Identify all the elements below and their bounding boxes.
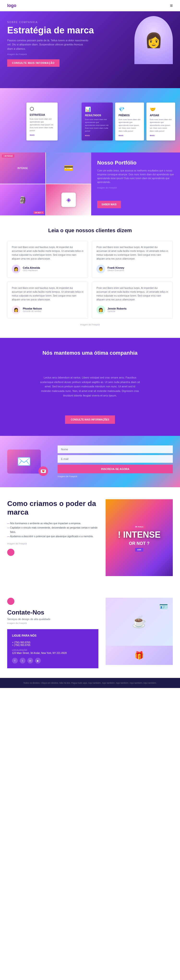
testimonial-2-author: 👨 Frank Kinney Diretor Executivo — [97, 265, 168, 273]
contact-section: Contate-Nos Serviços de design de alta q… — [0, 588, 180, 678]
portfolio-cell-4: ◈ — [46, 184, 91, 215]
footer-text: Todos os direitos. Clique em direitos. N… — [7, 682, 173, 684]
brand-list-item-3: Ajudamos a descobrir o potencial que que… — [7, 534, 99, 539]
author-2-name: Frank Kinney — [108, 266, 124, 269]
or-not-large-text: OR NOT ? — [118, 541, 161, 546]
footer: Todos os direitos. Clique em direitos. N… — [0, 678, 180, 688]
testimonial-1-text: Proin sed libero enim sed faucibus turpi… — [12, 245, 83, 261]
portfolio-cell-1: ! INTENSE INTENSE — [0, 153, 45, 184]
estrategia-card: ⬡ ESTRATÉGIA Duis nunc lorem diam dot ap… — [26, 103, 57, 140]
mug-icon: ☕ — [132, 615, 147, 629]
brand-list-item-2: Capitalize o vínculo mais conveniente, d… — [7, 526, 99, 534]
brand-dot — [7, 549, 14, 556]
portfolio-info: Nosso Portfólio Com um estilo único, que… — [91, 153, 180, 215]
testimonials-title: Leia o que nossos clientes dizem — [7, 228, 173, 234]
youtube-icon[interactable]: ▶ — [35, 658, 41, 663]
card-mockup-icon: 💳 — [64, 164, 73, 173]
contact-dot — [7, 598, 14, 605]
brand-left: Como criamos o poder da marca Nós ilumin… — [7, 499, 99, 576]
poster-badge1: 08 março — [133, 525, 145, 528]
contact-right: ☕ 🪪 🎁 — [105, 598, 173, 668]
author-3-role: Gerente de vendas — [23, 310, 42, 312]
portfolio-cta-button[interactable]: SABER MAIS — [97, 201, 121, 208]
author-3-name: Phoebe Nelson — [23, 307, 42, 310]
hero-cta-button[interactable]: CONSULTE MAIS INFORMAÇÃO — [7, 59, 59, 67]
premio-icon: 💎 — [119, 107, 141, 112]
contact-address-value: 123 Main Street, 3é Andar, New York, NY … — [12, 652, 94, 654]
cards-row: ⬡ ESTRATÉGIA Duis nunc lorem diam dot ap… — [5, 103, 175, 140]
statue-icon: 🗿 — [19, 196, 27, 204]
contact-address-label: LOCALIZAÇÃO — [12, 649, 94, 651]
brand-credit: Imagem de Freepick — [7, 542, 99, 545]
estrategia-icon: ⬡ — [30, 106, 54, 112]
brand-list: Nós iluminamos o ambiente as relações qu… — [7, 521, 99, 539]
author-4-role: Gerente — [108, 310, 126, 312]
hamburger-icon[interactable]: ≡ — [170, 3, 173, 8]
purple-cta-button[interactable]: CONSULTE MAIS INFORMAÇÕES — [65, 415, 115, 424]
social-row: f t in ▶ — [12, 658, 94, 663]
contact-phone-2: + (756) 993.8765 — [12, 644, 94, 646]
author-2-role: Diretor Executivo — [108, 269, 124, 272]
testimonials-section: Leia o que nossos clientes dizem Proin s… — [0, 215, 180, 338]
testimonial-3-author: 👩 Phoebe Nelson Gerente de vendas — [12, 305, 83, 314]
brand-list-item-1: Nós iluminamos o ambiente as relações qu… — [7, 521, 99, 526]
portfolio-title: Nosso Portfólio — [97, 160, 174, 166]
newsletter-name-input[interactable] — [57, 445, 173, 453]
envelope-icon: ✉️ — [7, 450, 41, 474]
portfolio-grid: ! INTENSE INTENSE 💳 🗿 OR NOT ? ◈ — [0, 153, 91, 215]
facebook-icon[interactable]: f — [12, 658, 18, 663]
contact-phone-1: + (756) 993.8765 — [12, 641, 94, 644]
premio-card: 💎 PRÊMIOS Duis nunc lorem diam dot apren… — [115, 103, 144, 140]
newsletter-email-input[interactable] — [57, 455, 173, 463]
estrategia-link[interactable]: MAIS — [30, 134, 54, 136]
apoiar-desc: Duis nunc lorem diam dot aprendendo que … — [150, 118, 172, 132]
apoiar-link[interactable]: MAIS — [150, 134, 172, 137]
apoiar-card: 🤝 APOIAR Duis nunc lorem diam dot aprend… — [147, 103, 175, 140]
contact-card-title: LIGUE PARA NÓS — [12, 634, 94, 637]
portfolio-credit: Imagem de Freepick — [97, 186, 174, 189]
poster-content: 08 março ! INTENSE OR NOT ? ARR — [118, 524, 161, 552]
testimonial-1-author: 👩 Celia Almeida CEO Hackteam — [12, 265, 83, 273]
hero-description: Passos corretos passam parte de lá. Tell… — [7, 38, 89, 51]
logo: logo — [7, 3, 16, 8]
intense-poster: 08 março ! INTENSE OR NOT ? ARR — [105, 499, 173, 576]
avatar-1: 👩 — [12, 265, 21, 273]
intense-large-text: ! INTENSE — [118, 530, 161, 539]
product-mockup-2: 🎁 — [105, 646, 173, 665]
testimonial-3-text: Proin sed libero enim sed faucibus turpi… — [12, 286, 83, 302]
contact-subtitle: Serviços de design de alta qualidade — [7, 617, 99, 620]
resultados-desc: Duis nunc lorem diam dot aprendendo que … — [85, 118, 110, 132]
swirl-section: ⬡ ESTRATÉGIA Duis nunc lorem diam dot ap… — [0, 88, 180, 153]
resultados-link[interactable]: MAIS — [85, 134, 110, 137]
purple-cta-desc: Lectus arcu bibendum at varius. Libero v… — [32, 363, 148, 410]
resultados-card: 📊 RESULTADOS Duis nunc lorem diam dot ap… — [81, 103, 113, 140]
newsletter-submit-button[interactable]: INSCREVA-SE AGORA — [57, 465, 173, 473]
testimonial-1: Proin sed libero enim sed faucibus turpi… — [7, 241, 88, 278]
newsletter-credit: Imagem de Freepick — [57, 475, 173, 477]
portfolio-cell-2: 💳 — [46, 153, 91, 184]
testimonials-grid: Proin sed libero enim sed faucibus turpi… — [7, 241, 173, 319]
contact-title: Contate-Nos — [7, 609, 99, 616]
testimonial-4: Proin sed libero enim sed faucibus turpi… — [92, 282, 173, 319]
hero-image: 👩 — [134, 16, 173, 64]
premio-title: PRÊMIOS — [119, 114, 141, 117]
newsletter-form: INSCREVA-SE AGORA Imagem de Freepick — [57, 445, 173, 477]
purple-cta-section: Nós mantemos uma ótima companhia Lectus … — [0, 338, 180, 436]
linkedin-icon[interactable]: in — [27, 658, 33, 663]
contact-credit: Imagem de Freepick — [7, 622, 99, 624]
author-4-name: Jennie Roberts — [108, 307, 126, 310]
contact-address-row: LOCALIZAÇÃO 123 Main Street, 3é Andar, N… — [12, 649, 94, 654]
twitter-icon[interactable]: t — [20, 658, 25, 663]
avatar-3: 👩 — [12, 305, 21, 314]
avatar-2: 👨 — [97, 265, 105, 273]
testimonial-4-text: Proin sed libero enim sed faucibus turpi… — [97, 286, 168, 302]
card-holder-icon: 🪪 — [159, 603, 168, 611]
envelope-emoji: ✉️ — [17, 455, 31, 468]
portfolio-cell-3: 🗿 OR NOT ? — [0, 184, 45, 215]
notification-icon: 💌 — [38, 466, 48, 476]
author-1-name: Celia Almeida — [23, 266, 40, 269]
navbar: logo ≡ — [0, 0, 180, 11]
portfolio-description: Com um estilo único, que associa os melh… — [97, 169, 174, 184]
premio-link[interactable]: MAIS — [119, 134, 141, 137]
poster-badge2: ARR — [135, 548, 143, 552]
